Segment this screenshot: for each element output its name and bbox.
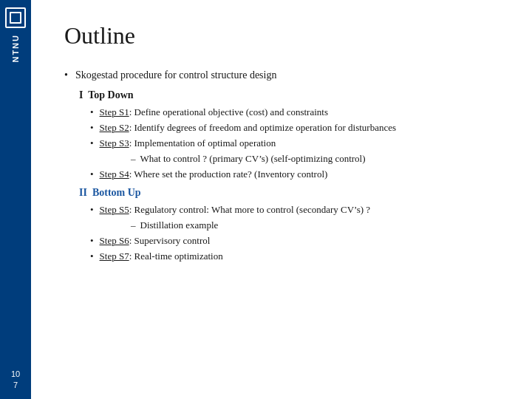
s7-dot: • <box>90 250 94 263</box>
s3-rest: : Implementation of optimal operation <box>129 137 276 149</box>
section-II-bullets: • Step S5: Regulatory control: What more… <box>90 203 499 264</box>
bullet-dot: • <box>64 68 68 83</box>
dash-text-I: What to control ? (primary CV’s) (self-o… <box>140 152 366 166</box>
s2-dot: • <box>90 121 94 134</box>
section-II-label: II <box>79 187 87 198</box>
sub-bullet-s3: • Step S3: Implementation of optimal ope… <box>90 137 499 150</box>
s4-text: Step S4: Where set the production rate? … <box>100 168 328 181</box>
logo-inner <box>10 12 21 24</box>
dash-item-II: – Distillation example <box>131 219 499 232</box>
s5-step: Step S5 <box>100 204 129 215</box>
top-level-bullet: • Skogestad procedure for control struct… <box>64 68 499 83</box>
dash-text-II: Distillation example <box>140 219 219 232</box>
s4-dot: • <box>90 168 94 181</box>
sub-bullet-s2: • Step S2: Identify degrees of freedom a… <box>90 121 499 134</box>
dash-sym-II: – <box>131 219 136 232</box>
s1-text: Step S1: Define operational objective (c… <box>100 106 328 119</box>
s6-step: Step S6 <box>100 235 129 246</box>
section-II-heading: II Bottom Up <box>79 185 499 200</box>
page-numbers: 10 7 <box>0 369 31 390</box>
content-body: • Skogestad procedure for control struct… <box>64 68 499 384</box>
section-I-heading: I Top Down <box>79 87 499 103</box>
sub-bullet-s1: • Step S1: Define operational objective … <box>90 106 499 119</box>
sidebar: NTNU 10 7 <box>0 0 31 399</box>
dash-sym-I: – <box>131 152 136 166</box>
s5-rest: : Regulatory control: What more to contr… <box>129 204 370 215</box>
sub-bullet-s5: • Step S5: Regulatory control: What more… <box>90 203 499 216</box>
section-I-bullets: • Step S1: Define operational objective … <box>90 106 499 182</box>
ntnu-label: NTNU <box>11 34 20 63</box>
dash-item-I: – What to control ? (primary CV’s) (self… <box>131 152 499 166</box>
s7-rest: : Real-time optimization <box>129 250 223 262</box>
s3-text: Step S3: Implementation of optimal opera… <box>100 137 276 150</box>
s4-rest: : Where set the production rate? (Invent… <box>129 168 328 180</box>
s2-rest: : Identify degrees of freedom and optimi… <box>129 122 396 133</box>
s3-step: Step S3 <box>100 137 129 149</box>
s5-dot: • <box>90 203 94 216</box>
s1-rest: : Define operational objective (cost) an… <box>129 106 328 117</box>
s5-text: Step S5: Regulatory control: What more t… <box>100 203 371 216</box>
ntnu-logo <box>5 7 26 28</box>
sub-bullet-s7: • Step S7: Real-time optimization <box>90 250 499 263</box>
s6-text: Step S6: Supervisory control <box>100 234 211 248</box>
section-II-text: Bottom Up <box>92 187 141 198</box>
s3-dot: • <box>90 137 94 150</box>
top-bullet-text: Skogestad procedure for control structur… <box>75 68 277 83</box>
s2-text: Step S2: Identify degrees of freedom and… <box>100 121 396 134</box>
s6-rest: : Supervisory control <box>129 235 211 246</box>
section-I-label: I <box>79 89 83 100</box>
s1-dot: • <box>90 106 94 119</box>
sub-bullet-s4: • Step S4: Where set the production rate… <box>90 168 499 181</box>
section-I-text: Top Down <box>88 89 133 100</box>
s2-step: Step S2 <box>100 122 129 133</box>
s7-step: Step S7 <box>100 250 129 262</box>
s1-step: Step S1 <box>100 106 129 117</box>
sub-bullet-s6: • Step S6: Supervisory control <box>90 234 499 248</box>
main-content: Outline • Skogestad procedure for contro… <box>31 0 532 399</box>
slide-title: Outline <box>64 22 499 50</box>
s6-dot: • <box>90 234 94 248</box>
s4-step: Step S4 <box>100 168 129 180</box>
s7-text: Step S7: Real-time optimization <box>100 250 223 263</box>
